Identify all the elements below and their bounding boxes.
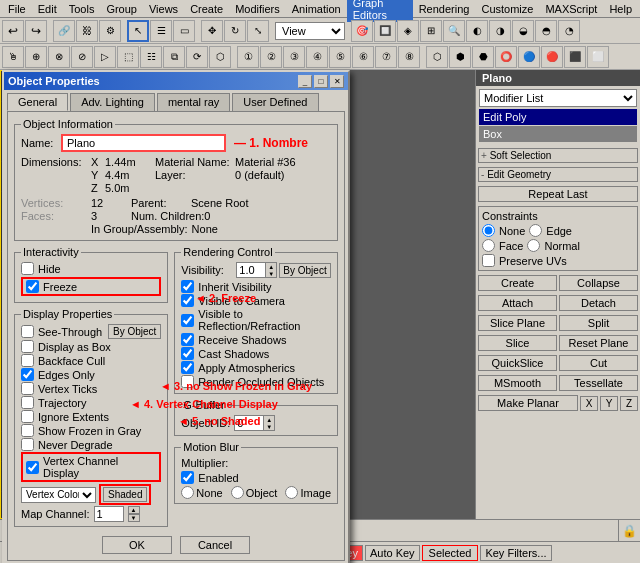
vertex-color-dropdown[interactable]: Vertex Color [21,487,96,503]
blur-object-radio[interactable] [231,486,244,499]
reset-plane-btn[interactable]: Reset Plane [559,335,638,351]
attach-btn[interactable]: Attach [478,295,557,311]
tb-icon6[interactable]: 🔲 [374,20,396,42]
map-channel-input[interactable] [94,506,124,522]
edit-poly-item[interactable]: Edit Poly [479,109,637,125]
menubar-customize[interactable]: Customize [475,2,539,16]
xyz-z-btn[interactable]: Z [620,396,638,411]
tb2-icon19[interactable]: ⬡ [426,46,448,68]
receive-shadows-check[interactable] [181,333,194,346]
split-btn[interactable]: Split [559,315,638,331]
tb2-icon5[interactable]: ▷ [94,46,116,68]
box-item[interactable]: Box [479,126,637,142]
tab-adv-lighting[interactable]: Adv. Lighting [70,93,155,111]
backface-cull-check[interactable] [21,354,34,367]
select-by-name-icon[interactable]: ☰ [150,20,172,42]
menubar-modifiers[interactable]: Modifiers [229,2,286,16]
bind-icon[interactable]: ⚙ [99,20,121,42]
vis-up-btn[interactable]: ▲ [266,263,276,270]
map-channel-down[interactable]: ▼ [128,514,140,522]
soft-selection-btn[interactable]: + Soft Selection [478,148,638,163]
name-input[interactable] [61,134,226,152]
reference-dropdown[interactable]: View [275,22,345,40]
tb-icon9[interactable]: 🔍 [443,20,465,42]
menubar-maxscript[interactable]: MAXScript [539,2,603,16]
unlink-icon[interactable]: ⛓ [76,20,98,42]
blur-image-radio[interactable] [285,486,298,499]
obj-id-input[interactable] [235,416,263,430]
vis-down-btn[interactable]: ▼ [266,270,276,277]
create-btn[interactable]: Create [478,275,557,291]
visible-camera-check[interactable] [181,294,194,307]
tb2-icon1[interactable]: 🖱 [2,46,24,68]
menubar-help[interactable]: Help [603,2,638,16]
visibility-input[interactable] [237,263,265,277]
tb-icon13[interactable]: ◓ [535,20,557,42]
detach-btn[interactable]: Detach [559,295,638,311]
render-occluded-check[interactable] [181,375,194,388]
vertex-channel-check[interactable] [26,461,39,474]
show-frozen-check[interactable] [21,424,34,437]
auto-key-btn[interactable]: Auto Key [365,545,420,561]
tb-icon14[interactable]: ◔ [558,20,580,42]
tb2-icon23[interactable]: 🔵 [518,46,540,68]
rc-by-object-btn[interactable]: By Object [279,263,330,278]
rotate-icon[interactable]: ↻ [224,20,246,42]
inherit-vis-check[interactable] [181,280,194,293]
undo-icon[interactable]: ↩ [2,20,24,42]
see-through-check[interactable] [21,325,34,338]
msmooth-btn[interactable]: MSmooth [478,375,557,391]
tb2-icon25[interactable]: ⬛ [564,46,586,68]
display-as-box-check[interactable] [21,340,34,353]
tb2-icon7[interactable]: ☷ [140,46,162,68]
tb2-icon26[interactable]: ⬜ [587,46,609,68]
xyz-y-btn[interactable]: Y [600,396,618,411]
tab-user-defined[interactable]: User Defined [232,93,318,111]
tb-icon10[interactable]: ◐ [466,20,488,42]
freeze-checkbox[interactable] [26,280,39,293]
cast-shadows-check[interactable] [181,347,194,360]
repeat-last-btn[interactable]: Repeat Last [478,186,638,202]
tb2-icon4[interactable]: ⊘ [71,46,93,68]
menubar-animation[interactable]: Animation [286,2,347,16]
lock-icon[interactable]: 🔒 [618,520,640,542]
menubar-edit[interactable]: Edit [32,2,63,16]
tb2-icon18[interactable]: ⑧ [398,46,420,68]
modifier-list-dropdown[interactable]: Modifier List [479,89,637,107]
constraint-normal-radio[interactable] [527,239,540,252]
ok-button[interactable]: OK [102,536,172,554]
blur-enabled-check[interactable] [181,471,194,484]
obj-id-down-btn[interactable]: ▼ [264,423,274,430]
tb2-icon8[interactable]: ⧉ [163,46,185,68]
constraint-face-radio[interactable] [482,239,495,252]
collapse-btn[interactable]: Collapse [559,275,638,291]
quickslice-btn[interactable]: QuickSlice [478,355,557,371]
dialog-minimize-btn[interactable]: _ [298,75,312,88]
tb2-icon12[interactable]: ② [260,46,282,68]
menubar-rendering[interactable]: Rendering [413,2,476,16]
preserve-uvs-check[interactable] [482,254,495,267]
tb2-icon22[interactable]: ⭕ [495,46,517,68]
key-filters-btn[interactable]: Key Filters... [480,545,551,561]
tab-mental-ray[interactable]: mental ray [157,93,230,111]
redo-icon[interactable]: ↪ [25,20,47,42]
tb2-icon3[interactable]: ⊗ [48,46,70,68]
menubar-graph-editors[interactable]: Graph Editors [347,0,413,22]
menubar-views[interactable]: Views [143,2,184,16]
obj-id-up-btn[interactable]: ▲ [264,416,274,423]
tessellate-btn[interactable]: Tessellate [559,375,638,391]
select-icon[interactable]: ↖ [127,20,149,42]
tb2-icon9[interactable]: ⟳ [186,46,208,68]
move-icon[interactable]: ✥ [201,20,223,42]
tb2-icon17[interactable]: ⑦ [375,46,397,68]
tb2-icon14[interactable]: ④ [306,46,328,68]
constraint-edge-radio[interactable] [529,224,542,237]
slice-btn[interactable]: Slice [478,335,557,351]
cut-btn[interactable]: Cut [559,355,638,371]
dialog-maximize-btn[interactable]: □ [314,75,328,88]
tb2-icon21[interactable]: ⬣ [472,46,494,68]
select-link-icon[interactable]: 🔗 [53,20,75,42]
slice-plane-btn[interactable]: Slice Plane [478,315,557,331]
xyz-x-btn[interactable]: X [580,396,598,411]
shaded-btn[interactable]: Shaded [103,487,147,502]
